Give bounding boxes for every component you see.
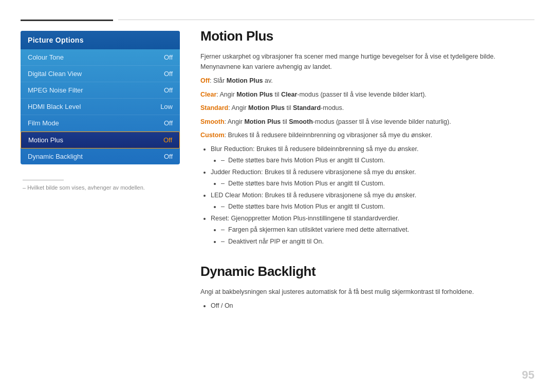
motion-plus-off-desc: Off: Slår Motion Plus av. — [200, 75, 534, 87]
dynamic-backlight-value: Off — [164, 153, 173, 160]
motion-plus-ref-3: Motion Plus — [248, 104, 285, 111]
hdmi-black-level-value: Low — [160, 103, 173, 110]
mpeg-noise-label: MPEG Noise Filter — [28, 86, 83, 94]
menu-item-colour-tone[interactable]: Colour Tone Off — [21, 49, 180, 66]
page-number: 95 — [522, 368, 534, 382]
sub-bullets-blur: Dette støttes bare hvis Motion Plus er a… — [221, 155, 534, 166]
colour-tone-value: Off — [164, 53, 173, 61]
motion-plus-ref-2: Motion Plus — [236, 91, 273, 98]
sub-bullet-judder-1: Dette støttes bare hvis Motion Plus er a… — [221, 178, 534, 190]
clear-mode-bold: Clear — [281, 91, 297, 98]
digital-clean-view-value: Off — [164, 70, 173, 78]
picture-options-menu: Picture Options Colour Tone Off Digital … — [21, 31, 180, 164]
left-panel: Picture Options Colour Tone Off Digital … — [21, 31, 180, 191]
dynamic-backlight-intro: Angi at bakbelysningen skal justeres aut… — [200, 287, 534, 297]
top-border-right — [118, 20, 534, 20]
clear-bold: Clear — [200, 91, 216, 98]
menu-title: Picture Options — [21, 31, 180, 49]
hdmi-black-level-label: HDMI Black Level — [28, 103, 81, 110]
on-text: On — [225, 302, 233, 309]
motion-plus-clear-desc: Clear: Angir Motion Plus til Clear-modus… — [200, 89, 534, 101]
footnote: – Hvilket bilde som vises, avhenger av m… — [21, 180, 180, 191]
right-content: Motion Plus Fjerner uskarphet og vibrasj… — [200, 28, 534, 314]
menu-item-mpeg-noise[interactable]: MPEG Noise Filter Off — [21, 82, 180, 99]
menu-item-motion-plus[interactable]: Motion Plus Off — [21, 132, 180, 148]
menu-item-dynamic-backlight[interactable]: Dynamic Backlight Off — [21, 148, 180, 164]
bullet-reset: Reset: Gjenoppretter Motion Plus-innstil… — [211, 213, 534, 248]
off-bold: Off — [200, 77, 210, 84]
menu-item-hdmi-black-level[interactable]: HDMI Black Level Low — [21, 99, 180, 115]
motion-plus-ref-1: Motion Plus — [227, 77, 263, 84]
sub-bullets-reset: Fargen på skjermen kan utilsiktet varier… — [221, 224, 534, 247]
motion-plus-standard-desc: Standard: Angir Motion Plus til Standard… — [200, 102, 534, 114]
standard-mode-bold: Standard — [293, 104, 321, 111]
bullet-judder-reduction: Judder Reduction: Brukes til å redusere … — [211, 166, 534, 190]
top-border-left — [21, 20, 113, 21]
menu-item-film-mode[interactable]: Film Mode Off — [21, 115, 180, 132]
bullet-blur-reduction: Blur Reduction: Brukes til å redusere bi… — [211, 143, 534, 166]
film-mode-value: Off — [164, 119, 173, 127]
sub-bullet-reset-2: Deaktivert når PIP er angitt til On. — [221, 236, 534, 248]
motion-plus-custom-desc: Custom: Brukes til å redusere bildeinnbr… — [200, 129, 534, 141]
dynamic-backlight-title: Dynamic Backlight — [200, 264, 534, 279]
sub-bullet-blur-1: Dette støttes bare hvis Motion Plus er a… — [221, 155, 534, 166]
dynamic-backlight-label: Dynamic Backlight — [28, 153, 83, 160]
sub-bullets-judder: Dette støttes bare hvis Motion Plus er a… — [221, 178, 534, 190]
motion-plus-ref-4: Motion Plus — [244, 118, 281, 125]
motion-plus-bullets: Blur Reduction: Brukes til å redusere bi… — [211, 143, 534, 248]
sub-bullet-led-1: Dette støttes bare hvis Motion Plus er a… — [221, 201, 534, 213]
bullet-led-clear-motion: LED Clear Motion: Brukes til å redusere … — [211, 190, 534, 213]
footnote-text: – Hvilket bilde som vises, avhenger av m… — [23, 184, 180, 191]
film-mode-label: Film Mode — [28, 119, 59, 127]
mpeg-noise-value: Off — [164, 86, 173, 94]
motion-plus-label: Motion Plus — [28, 136, 63, 144]
sub-bullet-reset-1: Fargen på skjermen kan utilsiktet varier… — [221, 224, 534, 236]
digital-clean-view-label: Digital Clean View — [28, 70, 82, 78]
bullet-off-on: Off / On — [211, 300, 534, 312]
menu-item-digital-clean-view[interactable]: Digital Clean View Off — [21, 66, 180, 82]
section-divider — [200, 249, 534, 264]
motion-plus-value: Off — [163, 136, 172, 144]
smooth-bold: Smooth — [200, 118, 225, 125]
standard-bold: Standard — [200, 104, 228, 111]
footnote-divider — [23, 180, 64, 180]
sub-bullets-led: Dette støttes bare hvis Motion Plus er a… — [221, 201, 534, 213]
dynamic-backlight-bullets: Off / On — [211, 300, 534, 312]
custom-bold: Custom — [200, 132, 225, 139]
motion-plus-intro: Fjerner uskarphet og vibrasjoner fra sce… — [200, 51, 534, 72]
off-on-text: Off — [211, 302, 219, 309]
motion-plus-title: Motion Plus — [200, 28, 534, 44]
motion-plus-smooth-desc: Smooth: Angir Motion Plus til Smooth-mod… — [200, 116, 534, 128]
smooth-mode-bold: Smooth — [289, 118, 313, 125]
colour-tone-label: Colour Tone — [28, 53, 64, 61]
